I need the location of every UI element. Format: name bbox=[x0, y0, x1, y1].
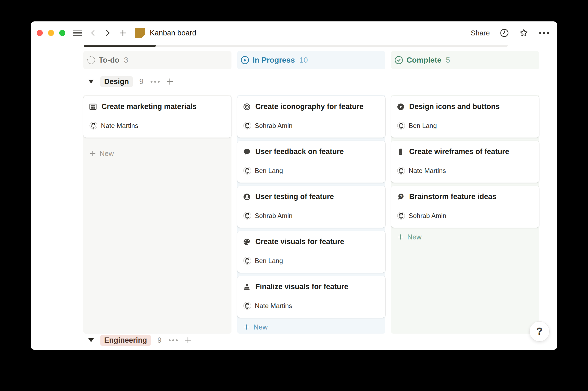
new-card-button-in-progress[interactable]: New bbox=[237, 321, 385, 333]
minimize-window-button[interactable] bbox=[48, 30, 54, 36]
avatar-sohrab-amin bbox=[243, 212, 251, 220]
assignee-name: Nate Martins bbox=[101, 122, 138, 130]
column-count: 5 bbox=[446, 56, 450, 65]
group-count: 9 bbox=[139, 77, 143, 86]
new-page-plus-icon[interactable] bbox=[118, 29, 127, 37]
card-create-wireframes[interactable]: Create wireframes of feature Nate Martin… bbox=[391, 141, 539, 183]
card-create-marketing-materials[interactable]: Create marketing materials Nate Martins bbox=[83, 96, 231, 138]
play-circle-outline-icon bbox=[240, 55, 250, 65]
newspaper-icon bbox=[89, 103, 97, 111]
avatar-nate-martins bbox=[89, 122, 97, 130]
assignee-name: Sohrab Amin bbox=[255, 212, 292, 220]
card-title: Finalize visuals for feature bbox=[255, 283, 348, 291]
traffic-lights bbox=[37, 30, 65, 36]
app-window: Kanban board Share bbox=[31, 21, 557, 350]
column-label: To-do bbox=[99, 56, 120, 65]
group-more-icon[interactable] bbox=[151, 81, 160, 83]
page-title: Kanban board bbox=[150, 29, 196, 37]
favorite-star-icon[interactable] bbox=[519, 28, 529, 38]
column-complete: Design icons and buttons Ben Lang bbox=[391, 95, 539, 334]
collapse-triangle-icon[interactable] bbox=[88, 80, 94, 83]
card-title: User testing of feature bbox=[255, 192, 334, 201]
plus-icon bbox=[243, 324, 250, 330]
card-design-icons-buttons[interactable]: Design icons and buttons Ben Lang bbox=[391, 96, 539, 138]
share-button[interactable]: Share bbox=[471, 29, 490, 37]
card-title: Create wireframes of feature bbox=[409, 147, 509, 156]
column-todo: Create marketing materials Nate Martins … bbox=[83, 95, 231, 334]
card-create-iconography[interactable]: Create iconography for feature Sohrab Am… bbox=[237, 96, 385, 138]
check-circle-icon bbox=[394, 55, 403, 65]
zoom-window-button[interactable] bbox=[59, 30, 65, 36]
column-in-progress: Create iconography for feature Sohrab Am… bbox=[237, 95, 385, 334]
group-count: 9 bbox=[157, 336, 162, 345]
person-circle-icon bbox=[243, 193, 251, 201]
group-row-design: Design 9 bbox=[88, 76, 539, 87]
back-icon[interactable] bbox=[89, 29, 97, 37]
avatar-nate-martins bbox=[397, 167, 405, 175]
help-button[interactable]: ? bbox=[529, 321, 550, 342]
card-user-feedback[interactable]: User feedback on feature Ben Lang bbox=[237, 141, 385, 183]
speech-bubble-icon bbox=[243, 148, 251, 156]
dashed-circle-icon bbox=[86, 55, 96, 65]
board-columns: Create marketing materials Nate Martins … bbox=[83, 95, 539, 334]
mobile-icon bbox=[397, 148, 405, 156]
card-title: Create marketing materials bbox=[101, 102, 197, 111]
more-options-icon[interactable] bbox=[539, 31, 550, 35]
assignee-name: Sohrab Amin bbox=[409, 212, 446, 220]
column-headers: To-do 3 In Progress 10 bbox=[83, 51, 539, 69]
kanban-page-icon bbox=[134, 27, 145, 38]
group-row-engineering: Engineering 9 bbox=[88, 334, 192, 346]
collapse-triangle-icon[interactable] bbox=[88, 338, 94, 342]
horizontal-scrollbar-thumb[interactable] bbox=[84, 45, 156, 47]
avatar-ben-lang bbox=[397, 122, 405, 130]
card-user-testing[interactable]: User testing of feature Sohrab Amin bbox=[237, 186, 385, 228]
column-header-in-progress[interactable]: In Progress 10 bbox=[237, 51, 385, 69]
column-label: In Progress bbox=[253, 56, 295, 65]
assignee-name: Nate Martins bbox=[255, 302, 292, 310]
avatar-ben-lang bbox=[243, 167, 251, 175]
assignee-name: Ben Lang bbox=[409, 122, 437, 130]
column-count: 3 bbox=[124, 56, 128, 65]
group-pill-design[interactable]: Design bbox=[100, 76, 133, 87]
avatar-sohrab-amin bbox=[397, 212, 405, 220]
column-header-complete[interactable]: Complete 5 bbox=[391, 51, 539, 69]
new-card-button-todo[interactable]: New bbox=[83, 147, 231, 160]
kanban-board: To-do 3 In Progress 10 bbox=[83, 51, 539, 334]
card-title: Create visuals for feature bbox=[255, 238, 344, 246]
assignee-name: Nate Martins bbox=[409, 167, 446, 175]
new-label: New bbox=[253, 323, 268, 331]
forward-icon[interactable] bbox=[104, 29, 112, 37]
stamp-icon bbox=[243, 283, 251, 291]
new-label: New bbox=[407, 233, 422, 241]
sidebar-menu-icon[interactable] bbox=[73, 30, 82, 37]
avatar-nate-martins bbox=[243, 302, 251, 310]
card-title: Create iconography for feature bbox=[255, 102, 364, 111]
new-card-button-complete[interactable]: New bbox=[391, 231, 539, 243]
assignee-name: Ben Lang bbox=[255, 167, 283, 175]
svg-text:?: ? bbox=[400, 194, 402, 198]
close-window-button[interactable] bbox=[37, 30, 43, 36]
new-label: New bbox=[100, 149, 114, 158]
avatar-sohrab-amin bbox=[243, 122, 251, 130]
card-brainstorm-ideas[interactable]: ? Brainstorm feature ideas Sohrab Amin bbox=[391, 186, 539, 228]
card-title: Design icons and buttons bbox=[409, 102, 500, 111]
bullseye-icon bbox=[243, 103, 251, 111]
card-finalize-visuals[interactable]: Finalize visuals for feature Nate Martin… bbox=[237, 276, 385, 318]
history-clock-icon[interactable] bbox=[500, 28, 509, 38]
card-title: User feedback on feature bbox=[255, 147, 344, 156]
assignee-name: Ben Lang bbox=[255, 257, 283, 265]
group-pill-engineering[interactable]: Engineering bbox=[100, 335, 151, 346]
column-header-todo[interactable]: To-do 3 bbox=[83, 51, 231, 69]
plus-icon bbox=[89, 150, 96, 157]
group-more-icon[interactable] bbox=[169, 339, 178, 341]
group-add-icon[interactable] bbox=[166, 77, 174, 86]
group-add-icon[interactable] bbox=[184, 336, 192, 344]
plus-icon bbox=[397, 234, 404, 240]
horizontal-scrollbar-track[interactable] bbox=[84, 45, 508, 47]
titlebar: Kanban board Share bbox=[31, 21, 557, 44]
card-title: Brainstorm feature ideas bbox=[409, 192, 496, 201]
column-label: Complete bbox=[406, 56, 442, 65]
help-label: ? bbox=[536, 326, 542, 337]
card-create-visuals[interactable]: Create visuals for feature Ben Lang bbox=[237, 231, 385, 273]
avatar-ben-lang bbox=[243, 257, 251, 265]
